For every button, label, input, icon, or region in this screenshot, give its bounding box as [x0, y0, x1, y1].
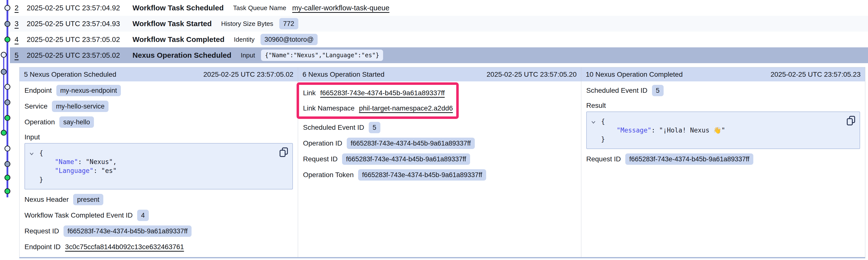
- detail-field-row: Workflow Task Completed Event ID4: [25, 210, 293, 221]
- panel-title: 10 Nexus Operation Completed: [586, 71, 683, 78]
- timeline-node-completed: [1, 130, 6, 136]
- timeline-node-started: [5, 100, 10, 105]
- detail-field-row: Nexus Headerpresent: [25, 194, 293, 205]
- event-summary-value-badge: {"Name":"Nexus","Language":"es"}: [261, 49, 383, 61]
- event-type-name: Nexus Operation Scheduled: [132, 51, 231, 60]
- field-label: Operation Token: [303, 171, 354, 179]
- field-label: Result: [586, 102, 606, 110]
- field-value-badge: 5: [369, 122, 380, 133]
- detail-field-row: Request IDf665283f-743e-4374-b45b-9a61a8…: [25, 225, 293, 237]
- event-timestamp: 2025-02-25 UTC 23:57:04.92: [27, 4, 124, 12]
- field-value-badge: f665283f-743e-4374-b45b-9a61a89337ff: [342, 153, 470, 165]
- timeline-node-completed: [5, 37, 10, 42]
- panel-body: Scheduled Event ID5Result{ "Message": "¡…: [581, 81, 865, 165]
- event-row[interactable]: 52025-02-25 UTC 23:57:05.02Nexus Operati…: [10, 47, 868, 63]
- timeline-node-started: [5, 22, 10, 27]
- event-type-name: Workflow Task Completed: [132, 35, 224, 44]
- panel-title: 6 Nexus Operation Started: [303, 71, 384, 78]
- event-summary-field-label: History Size Bytes: [221, 20, 273, 28]
- event-summary-field-label: Identity: [234, 36, 254, 43]
- timeline-node-completed: [5, 175, 10, 180]
- section-label: Input: [25, 132, 293, 142]
- field-value-badge: f665283f-743e-4374-b45b-9a61a89337ff: [358, 169, 486, 181]
- field-label: Input: [25, 133, 40, 141]
- panel-timestamp: 2025-02-25 UTC 23:57:05.20: [487, 71, 577, 78]
- event-timestamp: 2025-02-25 UTC 23:57:04.93: [27, 20, 124, 28]
- field-value-badge: 5: [652, 85, 663, 96]
- panel-timestamp: 2025-02-25 UTC 23:57:05.23: [771, 71, 861, 78]
- panel-header: 6 Nexus Operation Started2025-02-25 UTC …: [298, 67, 581, 81]
- detail-field-row: Request IDf665283f-743e-4374-b45b-9a61a8…: [586, 153, 860, 165]
- detail-field-row: Scheduled Event ID5: [586, 85, 860, 96]
- event-detail-panel: 10 Nexus Operation Completed2025-02-25 U…: [581, 67, 865, 257]
- panel-header: 10 Nexus Operation Completed2025-02-25 U…: [581, 67, 865, 81]
- panel-header: 5 Nexus Operation Scheduled2025-02-25 UT…: [20, 67, 298, 81]
- event-summary-field-label: Input: [241, 51, 255, 59]
- event-detail-panel: 6 Nexus Operation Started2025-02-25 UTC …: [298, 67, 581, 257]
- detail-field-row: Linkf665283f-743e-4374-b45b-9a61a89337ff: [303, 87, 452, 99]
- event-row[interactable]: 32025-02-25 UTC 23:57:04.93Workflow Task…: [10, 16, 868, 32]
- detail-field-row: Request IDf665283f-743e-4374-b45b-9a61a8…: [303, 153, 576, 165]
- timeline-node-completed: [5, 115, 10, 121]
- json-code-block: { "Message": "¡Hola! Nexus 👋"}: [586, 111, 860, 149]
- event-summary-value-badge: 772: [279, 18, 298, 29]
- event-history-list: 22025-02-25 UTC 23:57:04.92Workflow Task…: [0, 0, 868, 63]
- copy-icon[interactable]: [279, 147, 288, 157]
- event-detail-panels: 5 Nexus Operation Scheduled2025-02-25 UT…: [19, 67, 865, 258]
- timeline-node-scheduled: [5, 5, 10, 11]
- detail-field-row: Endpointmy-nexus-endpoint: [25, 85, 293, 96]
- field-label: Scheduled Event ID: [586, 86, 648, 95]
- detail-field-row: Operation Tokenf665283f-743e-4374-b45b-9…: [303, 169, 576, 181]
- timeline-node-scheduled: [5, 146, 10, 151]
- collapse-chevron-icon[interactable]: [590, 119, 597, 125]
- json-code: { "Message": "¡Hola! Nexus 👋"}: [601, 117, 855, 144]
- field-label: Link: [303, 89, 316, 97]
- detail-field-row: Scheduled Event ID5: [303, 122, 576, 133]
- event-row[interactable]: 42025-02-25 UTC 23:57:05.02Workflow Task…: [10, 32, 868, 47]
- event-timestamp: 2025-02-25 UTC 23:57:05.02: [27, 36, 124, 44]
- task-queue-link[interactable]: my-caller-workflow-task-queue: [292, 4, 389, 12]
- event-summary-field-label: Task Queue Name: [233, 4, 286, 12]
- field-value-badge: f665283f-743e-4374-b45b-9a61a89337ff: [64, 225, 191, 237]
- field-label: Request ID: [303, 155, 338, 163]
- field-label: Workflow Task Completed Event ID: [25, 212, 133, 219]
- field-label: Endpoint: [25, 86, 52, 95]
- field-value-link[interactable]: 3c0c75ccfa8144b092c13ce632463761: [65, 243, 184, 251]
- detail-field-row: Operation IDf665283f-743e-4374-b45b-9a61…: [303, 138, 576, 149]
- detail-field-row: Endpoint ID3c0c75ccfa8144b092c13ce632463…: [25, 241, 293, 253]
- event-detail-panel: 5 Nexus Operation Scheduled2025-02-25 UT…: [19, 67, 298, 257]
- field-value-badge: my-nexus-endpoint: [56, 85, 121, 96]
- field-value-badge: present: [73, 194, 103, 205]
- field-value-badge: f665283f-743e-4374-b45b-9a61a89337ff: [625, 153, 753, 165]
- detail-field-row: Operationsay-hello: [25, 116, 293, 128]
- field-label: Scheduled Event ID: [303, 123, 364, 132]
- field-label: Operation ID: [303, 139, 342, 147]
- timeline-node-completed: [5, 189, 10, 194]
- field-value-badge: my-hello-service: [52, 101, 108, 112]
- event-row[interactable]: 22025-02-25 UTC 23:57:04.92Workflow Task…: [10, 0, 868, 16]
- event-type-name: Workflow Task Scheduled: [132, 4, 224, 12]
- field-label: Link Namespace: [303, 104, 355, 112]
- panel-timestamp: 2025-02-25 UTC 23:57:05.02: [204, 71, 293, 78]
- panel-title: 5 Nexus Operation Scheduled: [24, 71, 116, 78]
- field-value-badge: 4: [137, 210, 149, 221]
- detail-field-row: Link Namespacephil-target-namespace2.a2d…: [303, 103, 452, 114]
- field-value-link[interactable]: f665283f-743e-4374-b45b-9a61a89337ff: [320, 89, 445, 97]
- field-value-badge: f665283f-743e-4374-b45b-9a61a89337ff: [347, 138, 475, 149]
- event-summary-value-badge: 30960@totoro@: [260, 34, 318, 45]
- timeline-node-scheduled: [1, 52, 6, 58]
- timeline-node-started: [1, 69, 6, 74]
- event-timestamp: 2025-02-25 UTC 23:57:05.02: [27, 51, 124, 60]
- field-label: Nexus Header: [25, 196, 69, 203]
- collapse-chevron-icon[interactable]: [28, 150, 35, 157]
- event-timeline-gutter: [0, 0, 15, 260]
- detail-field-row: Servicemy-hello-service: [25, 101, 293, 112]
- field-label: Service: [25, 102, 48, 110]
- event-type-name: Workflow Task Started: [132, 20, 212, 28]
- field-label: Operation: [25, 118, 55, 126]
- field-label: Request ID: [25, 227, 59, 235]
- json-code-block: { "Name": "Nexus", "Language": "es"}: [25, 143, 293, 189]
- copy-icon[interactable]: [846, 115, 856, 126]
- field-value-link[interactable]: phil-target-namespace2.a2dd6: [359, 104, 453, 112]
- field-label: Request ID: [586, 155, 621, 163]
